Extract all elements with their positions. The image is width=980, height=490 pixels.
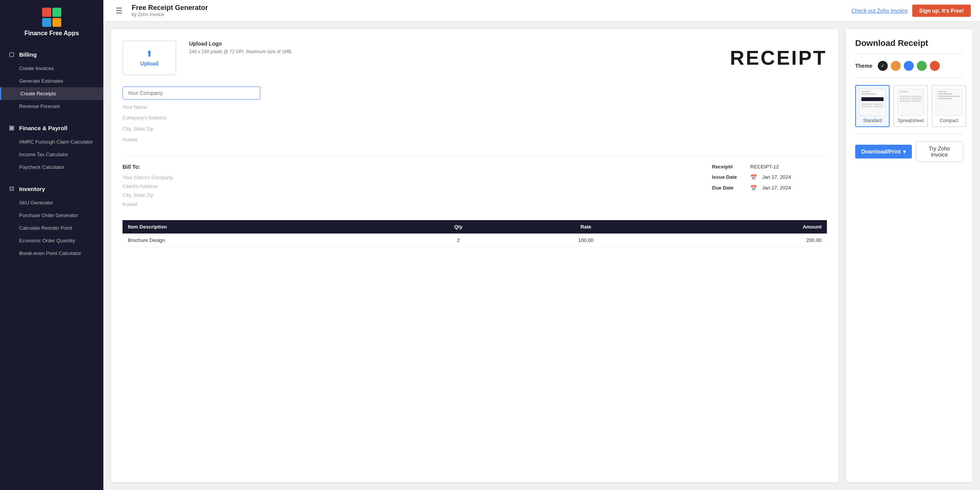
lp-cell: [911, 98, 922, 100]
billing-label: Billing: [19, 51, 37, 58]
theme-row: Theme ✓: [855, 61, 963, 71]
finance-icon: ▣: [8, 124, 15, 132]
logo-sq-green: [52, 8, 62, 17]
layout-compact[interactable]: Compact: [932, 85, 966, 127]
upload-logo-info: Upload Logo 240 x 240 pixels @ 72 DPI, M…: [189, 41, 292, 55]
col-header-qty: Qty: [405, 220, 513, 234]
receipt-panel: ⬆ Upload Upload Logo 240 x 240 pixels @ …: [111, 29, 838, 482]
sidebar-item-income-tax[interactable]: Income Tax Calculator: [0, 148, 103, 161]
download-panel: Download Receipt Theme ✓: [846, 29, 972, 482]
sidebar-item-create-receipts[interactable]: Create Receipts: [0, 87, 103, 100]
finance-payroll-label: Finance & Payroll: [19, 125, 67, 131]
hamburger-menu-icon[interactable]: ☰: [113, 5, 126, 17]
sidebar-item-break-even[interactable]: Break-even Point Calculator: [0, 247, 103, 260]
upload-logo-box[interactable]: ⬆ Upload: [122, 41, 176, 75]
check-out-button[interactable]: Check out Zoho Invoice: [851, 8, 908, 14]
try-zoho-button[interactable]: Try Zoho Invoice: [916, 141, 963, 162]
logo-sq-yellow: [52, 18, 62, 27]
upload-icon: ⬆: [146, 49, 153, 59]
standard-label: Standard: [863, 118, 882, 123]
billing-section: ▢ Billing Create Invoices Generate Estim…: [0, 43, 103, 116]
row-rate: 100.00: [512, 234, 659, 247]
sidebar-item-purchase-order[interactable]: Purchase Order Generator: [0, 209, 103, 222]
finance-payroll-section: ▣ Finance & Payroll HMRC Furlough Claim …: [0, 116, 103, 177]
col-header-description: Item Description: [122, 220, 405, 234]
sender-name-placeholder: Your Name: [122, 103, 827, 111]
theme-color-orange[interactable]: [891, 61, 901, 71]
sidebar-item-reorder-point[interactable]: Calculate Reorder Point: [0, 222, 103, 234]
lp-line: [938, 96, 960, 97]
sidebar-item-generate-estimates[interactable]: Generate Estimates: [0, 75, 103, 87]
signup-button[interactable]: Sign up. It's Free!: [912, 5, 971, 17]
sidebar-item-economic-order[interactable]: Economic Order Quantity: [0, 234, 103, 247]
inventory-label: Inventory: [19, 186, 45, 192]
layout-templates-row: Standard Spr: [855, 85, 963, 127]
col-header-amount: Amount: [660, 220, 827, 234]
lp-grid: [861, 103, 884, 107]
upload-logo-desc: 240 x 240 pixels @ 72 DPI, Maximum size …: [189, 48, 292, 55]
items-table: Item Description Qty Rate Amount Brochur…: [122, 220, 827, 247]
sidebar-item-hmrc[interactable]: HMRC Furlough Claim Calculator: [0, 136, 103, 148]
lp-cell: [911, 96, 922, 97]
col-header-rate: Rate: [512, 220, 659, 234]
sidebar-logo-area: Finance Free Apps: [0, 0, 103, 43]
layout-spreadsheet[interactable]: Spreadsheet: [893, 85, 928, 127]
bill-to-area: Bill To: Your Client's Company Client's …: [122, 164, 712, 209]
layout-standard[interactable]: Standard: [855, 85, 890, 127]
row-amount: 200.00: [660, 234, 827, 247]
receipt-heading: RECEIPT: [730, 46, 827, 69]
inventory-icon: ⊡: [8, 185, 15, 193]
theme-color-red[interactable]: [930, 61, 940, 71]
lp-cell: [861, 106, 872, 107]
lp-grid: [900, 96, 922, 102]
sidebar: Finance Free Apps ▢ Billing Create Invoi…: [0, 0, 103, 490]
topbar-actions: Check out Zoho Invoice Sign up. It's Fre…: [851, 5, 971, 17]
page-subtitle: by Zoho Invoice: [132, 12, 845, 17]
theme-colors: ✓: [878, 61, 940, 71]
divider-2: [855, 134, 963, 134]
receipt-number-row: Receipt# RECEIPT-12: [712, 164, 827, 170]
lp-line: [938, 93, 952, 95]
table-header-row: Item Description Qty Rate Amount: [122, 220, 827, 234]
logo-sq-red: [42, 8, 51, 17]
sidebar-item-paycheck[interactable]: Paycheck Calculator: [0, 161, 103, 173]
due-date-calendar-icon: 📅: [750, 185, 757, 191]
row-qty: 2: [405, 234, 513, 247]
receipt-header: ⬆ Upload Upload Logo 240 x 240 pixels @ …: [122, 41, 827, 75]
sender-country-placeholder: Kuwait: [122, 135, 827, 144]
company-name-input[interactable]: [122, 87, 260, 100]
sender-address-placeholder: Company's Address: [122, 113, 827, 122]
upload-logo-title: Upload Logo: [189, 41, 292, 47]
topbar-title-area: Free Receipt Generator by Zoho Invoice: [132, 4, 845, 17]
receipt-number-value: RECEIPT-12: [750, 164, 779, 170]
lp-line: [900, 91, 908, 92]
row-description: Brochure Design: [122, 234, 405, 247]
theme-color-blue[interactable]: [904, 61, 914, 71]
inventory-section-header: ⊡ Inventory: [0, 181, 103, 196]
download-print-button[interactable]: Download/Print ▾: [855, 145, 912, 158]
download-title: Download Receipt: [855, 38, 963, 54]
lp-line: [861, 91, 870, 92]
compact-label: Compact: [940, 118, 958, 123]
theme-color-black[interactable]: ✓: [878, 61, 888, 71]
lp-line: [938, 98, 952, 99]
sidebar-item-sku[interactable]: SKU Generator: [0, 196, 103, 209]
issue-date-calendar-icon: 📅: [750, 174, 757, 180]
zoho-logo: [42, 8, 61, 27]
lp-cell: [911, 100, 922, 102]
spreadsheet-label: Spreadsheet: [898, 118, 924, 123]
theme-color-green[interactable]: [917, 61, 927, 71]
download-print-label: Download/Print: [861, 149, 901, 155]
sidebar-item-create-invoices[interactable]: Create Invoices: [0, 62, 103, 75]
inventory-section: ⊡ Inventory SKU Generator Purchase Order…: [0, 177, 103, 263]
client-city-placeholder: City, State Zip: [122, 191, 712, 199]
table-row: Brochure Design 2 100.00 200.00: [122, 234, 827, 247]
lp-cell: [900, 100, 910, 102]
divider: [855, 78, 963, 78]
due-date-row: Due Date 📅 Jan 17, 2024: [712, 185, 827, 191]
finance-payroll-header: ▣ Finance & Payroll: [0, 120, 103, 136]
main-area: ☰ Free Receipt Generator by Zoho Invoice…: [103, 0, 980, 490]
sidebar-item-revenue-forecast[interactable]: Revenue Forecast: [0, 100, 103, 113]
upload-button-label: Upload: [140, 60, 158, 67]
bill-to-label: Bill To:: [122, 164, 712, 170]
